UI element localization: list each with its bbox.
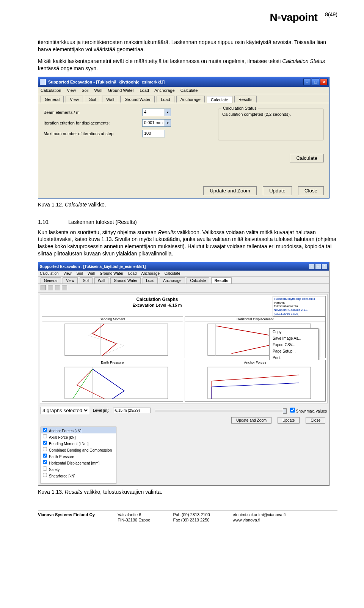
menu-groundwater[interactable]: Ground Water [108, 88, 134, 93]
menu-anchorage[interactable]: Anchorage [154, 88, 174, 93]
minimize-button[interactable]: – [309, 264, 315, 269]
update-button[interactable]: Update [263, 186, 292, 195]
ctx-save-image[interactable]: Save Image As... [270, 335, 318, 342]
beam-label: Beam elements / m [44, 110, 142, 115]
menu-bar: Calculation View Soil Wall Ground Water … [38, 271, 329, 277]
calculation-status-box: Calculation Status Calculation completed… [218, 109, 324, 140]
update-zoom-button[interactable]: Update and Zoom [231, 417, 271, 424]
page-header: Nvapoint 8(49) [38, 11, 337, 24]
menu-calculate[interactable]: Calculate [180, 88, 198, 93]
svg-rect-2 [65, 367, 168, 399]
tab-calculate[interactable]: Calculate [207, 96, 232, 103]
dropdown-item[interactable]: Safety [41, 466, 116, 472]
show-max-checkbox[interactable]: Show max. values [290, 408, 327, 413]
chevron-down-icon[interactable]: ▾ [165, 109, 171, 116]
page-number: 8(49) [325, 11, 337, 17]
max-iter-label: Maximum number of iterations at step: [44, 131, 142, 136]
menu-view[interactable]: View [67, 88, 76, 93]
title-bar: Supported Excavation - [Tukiseinä_käyttö… [38, 77, 329, 87]
level-input[interactable] [113, 408, 151, 413]
tab-load[interactable]: Load [157, 96, 174, 102]
tab-view[interactable]: View [66, 96, 83, 102]
paragraph-3: Kun laskenta on suoritettu, siirtyy ohje… [38, 229, 337, 258]
menu-bar: Calculation View Soil Wall Ground Water … [38, 87, 329, 94]
tab-general[interactable]: General [41, 96, 64, 102]
tab-groundwater[interactable]: Ground Water [110, 277, 141, 284]
tab-calculate[interactable]: Calculate [187, 277, 209, 284]
close-button[interactable]: × [320, 79, 328, 85]
tab-row: General View Soil Wall Ground Water Load… [38, 277, 329, 284]
menu-soil[interactable]: Soil [77, 271, 83, 276]
plot-earth-pressure: Earth Pressure [42, 360, 183, 402]
paste-icon[interactable] [55, 285, 60, 290]
tab-view[interactable]: View [63, 277, 78, 284]
max-iter-input[interactable]: 100 [142, 130, 165, 137]
dropdown-item[interactable]: Axial Force [kN] [41, 433, 116, 440]
menu-view[interactable]: View [63, 271, 72, 276]
tab-results[interactable]: Results [234, 96, 257, 102]
ctx-page-setup[interactable]: Page Setup... [270, 348, 318, 354]
tab-soil[interactable]: Soil [85, 96, 100, 102]
results-window: Supported Excavation - [Tukiseinä_käyttö… [38, 262, 329, 486]
graphs-select[interactable]: 4 graphs selected [41, 407, 89, 414]
iteration-label: Iteration criterion for displacements: [44, 121, 142, 125]
results-lower-bar: 4 graphs selected Level [m]: Show max. v… [38, 405, 329, 416]
dropdown-item[interactable]: Horizontal Displacement [mm] [41, 459, 116, 466]
copy-icon[interactable] [48, 285, 53, 290]
menu-wall[interactable]: Wall [94, 88, 102, 93]
menu-calculation[interactable]: Calculation [40, 271, 58, 276]
plot-horizontal: Horizontal Displacement Copy Save Image … [185, 317, 326, 358]
dropdown-item[interactable]: Bending Moment [kNm] [41, 440, 116, 446]
toolbar [38, 284, 329, 293]
update-button[interactable]: Update [278, 417, 300, 424]
print-icon[interactable] [62, 285, 67, 290]
brand-logo: Nvapoint [270, 11, 318, 24]
dropdown-item[interactable]: Earth Pressure [41, 453, 116, 459]
close-button[interactable]: Close [298, 186, 324, 195]
paragraph-1: iterointitarkkuus ja iterointikierrosten… [38, 39, 337, 53]
close-button[interactable]: × [322, 264, 328, 269]
close-button[interactable]: Close [306, 417, 325, 424]
calculate-button[interactable]: Calculate [290, 154, 324, 162]
maximize-button[interactable]: □ [312, 79, 319, 85]
update-zoom-button[interactable]: Update and Zoom [203, 186, 257, 195]
menu-calculate[interactable]: Calculate [165, 271, 180, 276]
ctx-export-csv[interactable]: Export CSV... [270, 342, 318, 348]
menu-groundwater[interactable]: Ground Water [100, 271, 123, 276]
paragraph-2: Mikäli kaikki laskentaparametrit eivät o… [38, 58, 337, 72]
menu-calculation[interactable]: Calculation [41, 88, 61, 93]
menu-load[interactable]: Load [128, 271, 136, 276]
minimize-button[interactable]: – [303, 79, 311, 85]
tab-anchorage[interactable]: Anchorage [176, 96, 205, 102]
chart-canvas: Tukiseinä käyttöohje esimerkki Vianova T… [40, 294, 328, 403]
dropdown-item[interactable]: Shearforce [kN] [41, 472, 116, 479]
tab-wall[interactable]: Wall [102, 96, 118, 102]
beam-input[interactable]: 4 [142, 109, 165, 116]
dropdown-item[interactable]: Anchor Forces [kN] [41, 427, 116, 433]
app-icon [40, 79, 46, 85]
chevron-down-icon[interactable]: ▾ [165, 119, 171, 127]
section-heading: 1.10.Laskennan tulokset (Results) [38, 219, 337, 225]
save-icon[interactable] [41, 285, 46, 290]
tab-anchorage[interactable]: Anchorage [160, 277, 185, 284]
level-slider[interactable] [155, 410, 286, 411]
tab-soil[interactable]: Soil [80, 277, 93, 284]
iteration-input[interactable]: 0,001 mm [142, 119, 165, 127]
calculate-window: Supported Excavation - [Tukiseinä_käyttö… [38, 77, 329, 198]
tab-general[interactable]: General [41, 277, 61, 284]
tab-results[interactable]: Results [211, 277, 232, 284]
tab-groundwater[interactable]: Ground Water [120, 96, 155, 102]
window-title: Supported Excavation - [Tukiseinä_käyttö… [48, 80, 165, 84]
menu-load[interactable]: Load [140, 88, 149, 93]
maximize-button[interactable]: □ [315, 264, 321, 269]
status-legend: Calculation Status [221, 106, 258, 110]
ctx-copy[interactable]: Copy [270, 329, 318, 335]
menu-wall[interactable]: Wall [88, 271, 95, 276]
figure-caption-1: Kuva 1.12. Calculate valikko. [38, 202, 337, 208]
menu-anchorage[interactable]: Anchorage [141, 271, 160, 276]
menu-soil[interactable]: Soil [82, 88, 88, 93]
tab-load[interactable]: Load [143, 277, 158, 284]
legend-box: Tukiseinä käyttöohje esimerkki Vianova T… [273, 296, 326, 317]
dropdown-item[interactable]: Combined Bending and Compression [41, 446, 116, 453]
tab-wall[interactable]: Wall [94, 277, 108, 284]
